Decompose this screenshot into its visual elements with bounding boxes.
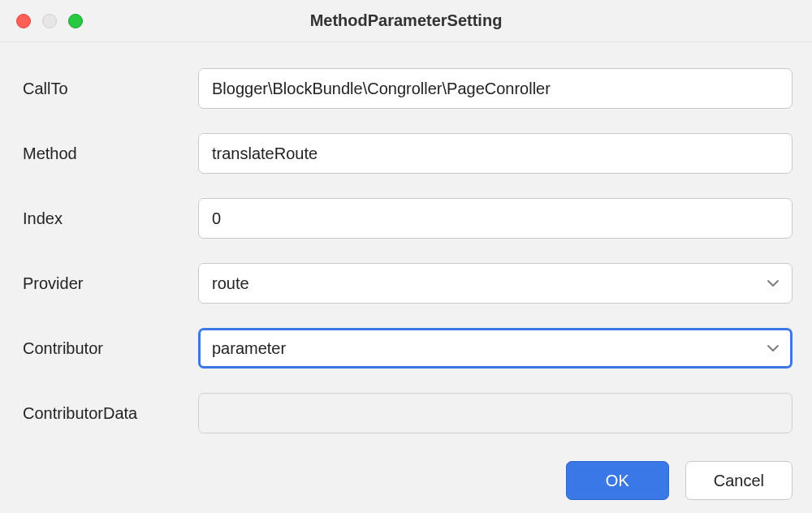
cancel-button[interactable]: Cancel xyxy=(685,461,793,500)
row-index: Index xyxy=(19,198,793,239)
titlebar: MethodParameterSetting xyxy=(0,0,812,42)
row-contributor: Contributor parameter xyxy=(19,328,793,369)
row-callto: CallTo xyxy=(19,68,793,109)
window-title: MethodParameterSetting xyxy=(310,11,503,30)
row-contributordata: ContributorData xyxy=(19,393,793,433)
label-callto: CallTo xyxy=(19,80,198,98)
button-row: OK Cancel xyxy=(0,458,812,500)
label-index: Index xyxy=(19,209,198,228)
contributordata-box xyxy=(198,393,793,433)
callto-input[interactable] xyxy=(198,68,793,109)
provider-select[interactable]: route xyxy=(198,263,793,304)
close-window-button[interactable] xyxy=(16,14,31,28)
contributor-value: parameter xyxy=(212,339,286,358)
traffic-lights xyxy=(16,14,83,28)
contributor-select[interactable]: parameter xyxy=(198,328,793,369)
zoom-window-button[interactable] xyxy=(68,14,83,28)
label-contributor: Contributor xyxy=(19,339,198,358)
row-method: Method xyxy=(19,133,793,174)
label-method: Method xyxy=(19,144,198,163)
label-provider: Provider xyxy=(19,274,198,293)
minimize-window-button[interactable] xyxy=(42,14,57,28)
form-content: CallTo Method Index Provider route Contr… xyxy=(0,42,812,433)
label-contributordata: ContributorData xyxy=(19,404,198,423)
provider-value: route xyxy=(212,274,249,293)
index-input[interactable] xyxy=(198,198,793,239)
row-provider: Provider route xyxy=(19,263,793,304)
method-input[interactable] xyxy=(198,133,793,174)
ok-button[interactable]: OK xyxy=(566,461,669,500)
